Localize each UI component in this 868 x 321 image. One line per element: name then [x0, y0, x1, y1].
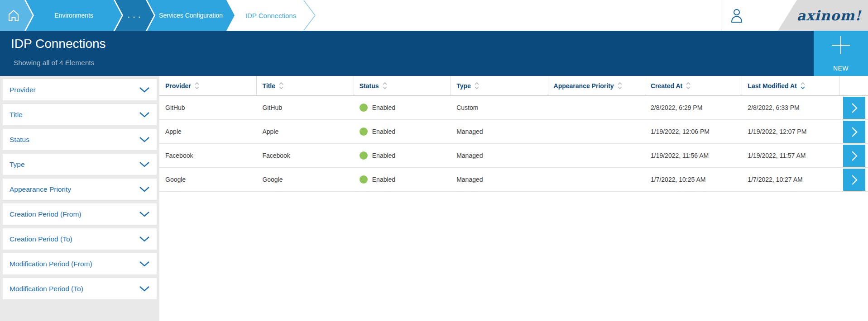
- status-label: Enabled: [372, 128, 395, 135]
- cell-last-modified-at: 1/7/2022, 10:27 AM: [742, 168, 839, 191]
- table-header-row: Provider Title Status Type Appearance Pr…: [159, 76, 868, 96]
- sort-icon: [382, 82, 388, 90]
- status-enabled-dot: [360, 151, 368, 160]
- cell-type: Managed: [451, 144, 548, 167]
- cell-last-modified-at: 1/19/2022, 11:57 AM: [742, 144, 839, 167]
- page-title: IDP Connections: [11, 37, 106, 51]
- filter-provider[interactable]: Provider: [3, 79, 157, 100]
- status-enabled-dot: [360, 127, 368, 136]
- table-row-facebook[interactable]: Facebook Facebook Enabled Managed 1/19/2…: [159, 144, 868, 168]
- cell-status: Enabled: [354, 96, 451, 119]
- axinom-logo-text: axinom!: [797, 8, 861, 24]
- filter-label: Type: [10, 160, 25, 169]
- sort-icon: [194, 82, 200, 90]
- cell-appearance-priority: [548, 168, 645, 191]
- open-row-button[interactable]: [843, 97, 865, 119]
- sort-icon: [686, 82, 691, 90]
- cell-created-at: 1/19/2022, 12:06 PM: [645, 120, 742, 143]
- cell-type: Managed: [451, 168, 548, 191]
- home-icon: [6, 8, 21, 24]
- filter-label: Creation Period (From): [10, 210, 82, 218]
- cell-appearance-priority: [548, 96, 645, 119]
- title-band: IDP Connections Showing all of 4 Element…: [0, 31, 868, 76]
- chevron-down-icon: [139, 236, 150, 242]
- cell-title: Google: [257, 168, 354, 191]
- filter-modification-period-to[interactable]: Modification Period (To): [3, 278, 157, 299]
- chevron-down-icon: [139, 137, 150, 142]
- status-enabled-dot: [360, 104, 368, 112]
- table-body: GitHub GitHub Enabled Custom 2/8/2022, 6…: [159, 96, 868, 192]
- sort-icon: [617, 82, 623, 90]
- cell-provider: GitHub: [160, 96, 257, 119]
- filter-label: Modification Period (To): [10, 285, 83, 293]
- sort-icon: [474, 82, 480, 90]
- column-header-label: Created At: [651, 82, 682, 90]
- column-header-label: Status: [360, 82, 379, 90]
- axinom-logo: axinom!: [770, 0, 868, 31]
- status-enabled-dot: [360, 175, 368, 184]
- breadcrumb-label: IDP Connections: [245, 12, 296, 19]
- status-label: Enabled: [372, 152, 395, 159]
- breadcrumb-idp-connections: IDP Connections: [235, 0, 307, 31]
- column-header-provider[interactable]: Provider: [160, 76, 257, 95]
- filter-appearance-priority[interactable]: Appearance Priority: [3, 179, 157, 200]
- filter-status[interactable]: Status: [3, 129, 157, 150]
- cell-status: Enabled: [354, 120, 451, 143]
- column-header-label: Last Modified At: [748, 82, 796, 90]
- sort-icon: [800, 82, 806, 90]
- chevron-down-icon: [139, 87, 150, 93]
- chevron-down-icon: [139, 112, 150, 118]
- idp-connections-page: { "topbar": { "breadcrumbs": [ { "icon":…: [0, 0, 868, 321]
- column-header-type[interactable]: Type: [451, 76, 548, 95]
- breadcrumb-environments[interactable]: Environments: [26, 0, 122, 31]
- cell-appearance-priority: [548, 120, 645, 143]
- status-label: Enabled: [372, 176, 395, 183]
- open-row-button[interactable]: [843, 169, 865, 191]
- chevron-right-icon: [851, 151, 858, 161]
- chevron-right-icon: [851, 127, 858, 137]
- column-header-last-modified-at[interactable]: Last Modified At: [742, 76, 839, 95]
- new-button[interactable]: NEW: [814, 31, 868, 76]
- filter-title[interactable]: Title: [3, 104, 157, 125]
- idp-connections-table: Provider Title Status Type Appearance Pr…: [159, 76, 868, 321]
- column-header-title[interactable]: Title: [257, 76, 354, 95]
- breadcrumb-label: Environments: [54, 12, 93, 19]
- table-row-google[interactable]: Google Google Enabled Managed 1/7/2022, …: [159, 168, 868, 192]
- user-icon: [730, 8, 743, 24]
- chevron-down-icon: [139, 186, 150, 192]
- cell-created-at: 1/19/2022, 11:56 AM: [645, 144, 742, 167]
- filter-label: Status: [10, 136, 29, 144]
- cell-provider: Apple: [160, 120, 257, 143]
- topbar-divider: [721, 0, 721, 31]
- breadcrumb-label: Services Configuration: [159, 12, 223, 19]
- cell-title: Apple: [257, 120, 354, 143]
- cell-status: Enabled: [354, 168, 451, 191]
- cell-provider: Facebook: [160, 144, 257, 167]
- table-row-github[interactable]: GitHub GitHub Enabled Custom 2/8/2022, 6…: [159, 96, 868, 120]
- breadcrumb-services-configuration[interactable]: Services Configuration: [147, 0, 235, 31]
- open-row-button[interactable]: [843, 145, 865, 167]
- filter-creation-period-from[interactable]: Creation Period (From): [3, 203, 157, 225]
- filter-label: Provider: [10, 86, 36, 94]
- filter-type[interactable]: Type: [3, 154, 157, 175]
- column-header-created-at[interactable]: Created At: [645, 76, 742, 95]
- table-row-apple[interactable]: Apple Apple Enabled Managed 1/19/2022, 1…: [159, 120, 868, 144]
- open-row-button[interactable]: [843, 121, 865, 143]
- filter-modification-period-from[interactable]: Modification Period (From): [3, 253, 157, 274]
- user-button[interactable]: [727, 6, 747, 26]
- plus-icon: [814, 35, 868, 57]
- breadcrumb-home[interactable]: [0, 0, 33, 31]
- cell-title: GitHub: [257, 96, 354, 119]
- filter-label: Modification Period (From): [10, 260, 92, 268]
- column-header-label: Appearance Priority: [554, 82, 614, 90]
- filter-label: Appearance Priority: [10, 185, 71, 194]
- column-header-status[interactable]: Status: [354, 76, 451, 95]
- cell-created-at: 2/8/2022, 6:29 PM: [645, 96, 742, 119]
- cell-provider: Google: [160, 168, 257, 191]
- column-header-label: Type: [456, 82, 471, 90]
- chevron-down-icon: [139, 161, 150, 167]
- cell-created-at: 1/7/2022, 10:25 AM: [645, 168, 742, 191]
- column-header-appearance-priority[interactable]: Appearance Priority: [548, 76, 645, 95]
- chevron-outline-icon: [302, 0, 317, 31]
- filter-creation-period-to[interactable]: Creation Period (To): [3, 228, 157, 250]
